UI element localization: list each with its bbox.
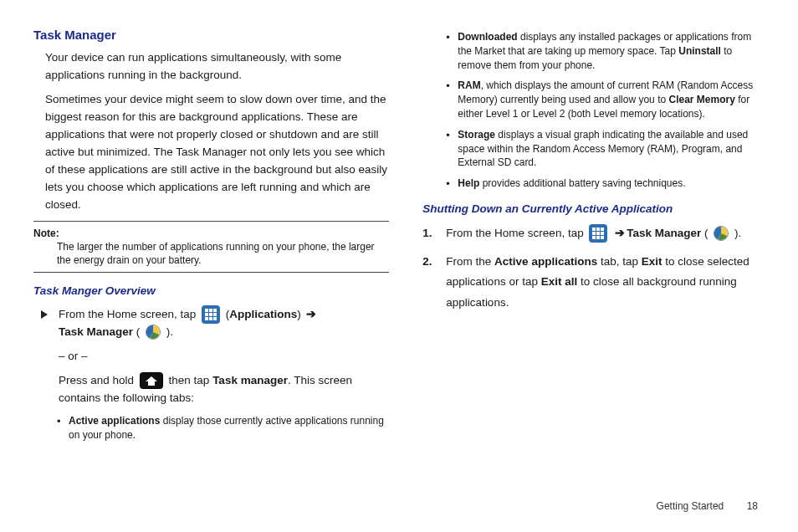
paragraph-explain: Sometimes your device might seem to slow…	[45, 91, 389, 213]
subheading-shutdown: Shutting Down an Currently Active Applic…	[422, 201, 765, 218]
apps-grid-icon	[202, 305, 220, 324]
text: displays a visual graph indicating the a…	[458, 129, 748, 169]
exit-all-label: Exit all	[541, 275, 578, 288]
right-column: Downloaded displays any installed packag…	[422, 25, 765, 494]
text: tab, tap	[597, 255, 642, 268]
numbered-steps: 1. From the Home screen, tap ➔Task Manag…	[422, 223, 765, 313]
svg-rect-20	[592, 236, 596, 239]
svg-rect-16	[601, 228, 604, 231]
subheading-overview: Task Manger Overview	[33, 283, 389, 300]
svg-rect-7	[213, 313, 217, 316]
text: (	[701, 227, 711, 239]
step-1: 1. From the Home screen, tap ➔Task Manag…	[422, 223, 765, 243]
svg-rect-10	[213, 317, 217, 320]
clear-memory-label: Clear Memory	[668, 94, 734, 105]
triangle-icon	[40, 308, 49, 325]
svg-rect-4	[213, 309, 217, 312]
help-label: Help	[458, 177, 479, 189]
step-number: 2.	[422, 252, 432, 272]
procedure-block: From the Home screen, tap (Applications)…	[59, 305, 389, 407]
pie-chart-icon	[146, 325, 161, 340]
svg-rect-15	[596, 228, 600, 231]
text: (	[133, 325, 143, 338]
list-item: Active applications display those curren…	[57, 414, 389, 442]
exit-label: Exit	[642, 255, 662, 268]
list-item: Help provides additional battery saving …	[446, 176, 765, 191]
text: From the Home screen, tap	[59, 308, 199, 320]
text: From the Home screen, tap	[446, 227, 586, 239]
text: From the	[446, 255, 494, 268]
text: provides additional battery saving techn…	[479, 177, 685, 189]
list-item: Downloaded displays any installed packag…	[446, 30, 765, 72]
svg-rect-21	[596, 236, 600, 239]
page-content: Task Manager Your device can run applica…	[0, 0, 798, 510]
svg-rect-3	[209, 309, 212, 312]
svg-rect-6	[209, 313, 212, 316]
svg-rect-22	[601, 236, 604, 239]
text: ).	[734, 227, 741, 239]
svg-rect-5	[205, 313, 208, 316]
heading-task-manager: Task Manager	[33, 25, 389, 44]
applications-label: Applications	[229, 308, 297, 320]
active-applications-label: Active applications	[69, 415, 160, 427]
list-item: Storage displays a visual graph indicati…	[446, 128, 765, 170]
svg-rect-18	[596, 232, 600, 235]
page-footer: Getting Started 18	[657, 500, 758, 512]
procedure-line2: Press and hold then tap Task manager. Th…	[59, 372, 389, 407]
svg-marker-0	[41, 310, 48, 319]
step-2: 2. From the Active applications tab, tap…	[422, 252, 765, 313]
active-applications-label: Active applications	[494, 255, 597, 268]
ram-label: RAM	[458, 79, 480, 91]
text: ).	[166, 325, 173, 338]
svg-rect-17	[592, 232, 596, 235]
pie-chart-icon	[714, 226, 729, 241]
left-column: Task Manager Your device can run applica…	[33, 25, 389, 494]
task-manager-label2: Task manager	[212, 374, 288, 386]
uninstall-label: Uninstall	[678, 45, 721, 57]
svg-rect-19	[601, 232, 604, 235]
svg-rect-2	[205, 309, 208, 312]
svg-rect-14	[592, 228, 596, 231]
storage-label: Storage	[458, 129, 495, 141]
list-item: RAM, which displays the amount of curren…	[446, 79, 765, 120]
paragraph-intro: Your device can run applications simulta…	[45, 49, 389, 84]
arrow-icon: ➔	[306, 308, 316, 320]
home-key-icon	[140, 372, 163, 389]
task-manager-label: Task Manager	[59, 325, 133, 338]
tabs-bullet-list-left: Active applications display those curren…	[57, 414, 389, 442]
tabs-bullet-list-right: Downloaded displays any installed packag…	[446, 30, 765, 191]
note-block: Note: The larger the number of applicati…	[33, 221, 389, 274]
apps-grid-icon	[589, 224, 607, 243]
note-body: The larger the number of applications ru…	[57, 240, 389, 267]
text: then tap	[169, 374, 213, 386]
arrow-icon: ➔	[615, 227, 625, 239]
text: )	[297, 308, 304, 320]
task-manager-label: Task Manager	[627, 227, 701, 239]
svg-rect-8	[205, 317, 208, 320]
note-label: Note:	[33, 228, 59, 239]
downloaded-label: Downloaded	[458, 31, 517, 43]
step-number: 1.	[422, 223, 432, 243]
svg-rect-9	[209, 317, 212, 320]
footer-page-number: 18	[747, 500, 758, 512]
text: Press and hold	[59, 374, 137, 386]
procedure-or: – or –	[59, 348, 389, 366]
footer-section: Getting Started	[657, 500, 724, 512]
procedure-line1: From the Home screen, tap (Applications)…	[59, 305, 389, 341]
